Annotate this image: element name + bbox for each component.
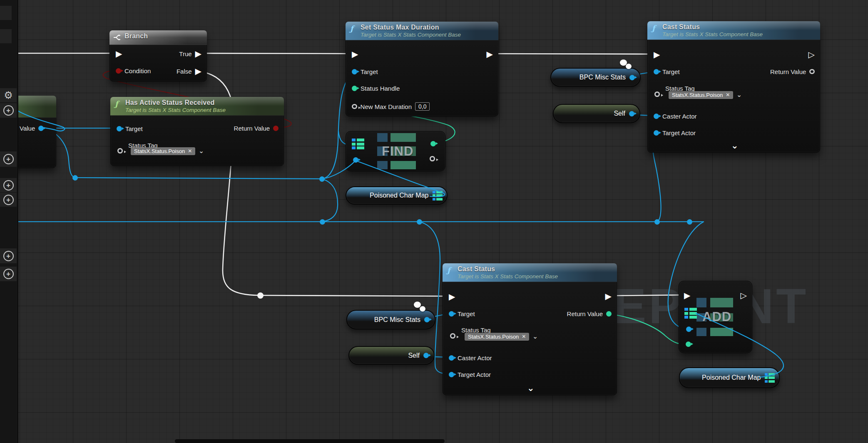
plus-circle-icon: +	[3, 269, 14, 279]
toolbar-button[interactable]	[0, 29, 12, 43]
wire-object-to-find-key	[322, 161, 356, 179]
plus-circle-icon: +	[3, 180, 14, 191]
plus-circle-icon: +	[3, 105, 14, 116]
wire-bubble	[626, 64, 632, 69]
wire-overlay-layer	[0, 0, 868, 443]
gear-icon: ⚙	[4, 89, 13, 101]
wire-bubble	[420, 306, 425, 312]
plus-circle-icon: +	[3, 251, 14, 261]
plus-circle-icon: +	[3, 195, 14, 205]
wire-object-into-value-pin	[17, 111, 65, 131]
toolbar-button[interactable]	[0, 6, 12, 20]
toolbar-settings-button[interactable]: ⚙	[0, 88, 17, 102]
toolbar-add-button[interactable]: +	[0, 151, 17, 167]
wire-object-poisoned-map-to-add	[696, 313, 783, 377]
toolbar-add-button[interactable]: +	[0, 248, 17, 263]
wire-object-find-to-poisoned-map	[356, 161, 445, 197]
plus-circle-icon: +	[3, 154, 14, 164]
horizontal-scrollbar[interactable]	[175, 439, 445, 443]
toolbar-add-button[interactable]: +	[0, 178, 17, 192]
toolbar-add-button[interactable]: +	[0, 193, 17, 207]
toolbar-add-button[interactable]: +	[0, 103, 17, 118]
blueprint-editor: BLUEPRINT Value Bran	[0, 0, 868, 443]
toolbar-add-button[interactable]: +	[0, 267, 17, 281]
left-toolbar: ⚙ + + + + + +	[0, 0, 18, 443]
